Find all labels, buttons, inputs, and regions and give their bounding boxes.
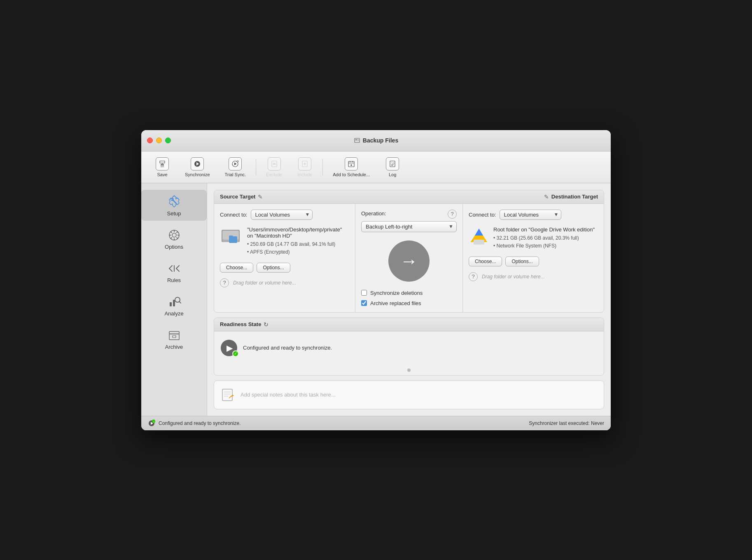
save-icon	[156, 157, 169, 170]
svg-marker-68	[230, 395, 234, 397]
svg-marker-61	[475, 229, 483, 236]
svg-line-41	[169, 266, 172, 268]
minimize-button[interactable]	[156, 138, 162, 143]
source-connect-select-wrap: Local Volumes ▼	[251, 210, 313, 220]
operation-area: Operation: ? Backup Left-to-right ▼	[355, 204, 462, 312]
sidebar-item-setup[interactable]: Setup	[141, 190, 207, 221]
source-header: Source Target ✎	[214, 190, 355, 203]
maximize-button[interactable]	[165, 138, 171, 143]
play-icon: ▶	[227, 343, 233, 353]
notes-panel[interactable]: Add special notes about this task here..…	[214, 380, 604, 409]
status-bar-left: ✓ Configured and ready to synchronize.	[148, 420, 241, 427]
traffic-lights	[147, 138, 171, 143]
dest-edit-icon[interactable]: ✎	[544, 194, 549, 200]
sidebar-item-options[interactable]: Options	[141, 224, 207, 254]
setup-icon	[167, 194, 182, 209]
svg-rect-52	[173, 336, 176, 338]
svg-line-30	[176, 203, 177, 204]
op-help: ?	[448, 210, 457, 219]
source-edit-icon[interactable]: ✎	[258, 194, 263, 200]
sync-targets-panel: Source Target ✎ ✎ Destination Target Con…	[214, 190, 604, 313]
source-btn-row: Choose... Options...	[220, 263, 349, 273]
source-help-button[interactable]: ?	[220, 278, 229, 287]
dest-drive-icon	[469, 226, 489, 247]
dest-options-button[interactable]: Options...	[505, 257, 539, 266]
sidebar: Setup Options	[141, 183, 207, 416]
archive-icon	[167, 328, 181, 342]
dest-connect-select[interactable]: Local Volumes	[500, 210, 561, 220]
readiness-status-badge: ▶ ✓	[221, 340, 237, 356]
add-schedule-icon	[345, 157, 358, 170]
scroll-dot	[407, 369, 411, 372]
scroll-indicator	[214, 364, 604, 375]
readiness-panel: Readiness State ↻ ▶ ✓ Configured and rea…	[214, 317, 604, 376]
readiness-refresh-icon[interactable]: ↻	[264, 321, 269, 328]
check-badge: ✓	[232, 350, 239, 357]
operation-select[interactable]: Backup Left-to-right	[361, 221, 457, 232]
title-bar: Backup Files	[141, 130, 611, 152]
toolbar-separator-2	[322, 159, 323, 175]
dest-choose-button[interactable]: Choose...	[469, 257, 502, 266]
archive-replaced-row: Archive replaced files	[361, 300, 421, 306]
svg-text:✓: ✓	[237, 161, 238, 162]
svg-line-38	[176, 237, 177, 238]
archive-replaced-checkbox[interactable]	[361, 300, 367, 306]
svg-rect-18	[348, 161, 354, 167]
sync-panel-body: Connect to: Local Volumes ▼	[214, 204, 604, 312]
svg-rect-56	[229, 236, 237, 243]
source-path-info: "Users/immovero/Desktop/temp/private" on…	[247, 226, 349, 256]
sidebar-item-analyze[interactable]: Analyze	[141, 291, 207, 321]
source-disk-size-bullet: •	[247, 241, 250, 247]
svg-point-32	[172, 233, 176, 237]
svg-line-69	[229, 397, 230, 398]
toolbar: Save Synchronize ✓ Trial S	[141, 152, 611, 183]
source-disk-format-bullet: •	[247, 249, 250, 255]
trial-sync-icon: ✓	[229, 157, 242, 170]
dest-size-bullet: •	[493, 235, 497, 241]
save-button[interactable]: Save	[148, 155, 177, 180]
source-info: "Users/immovero/Desktop/temp/private" on…	[220, 224, 349, 259]
status-icon: ✓	[148, 420, 155, 427]
svg-rect-50	[169, 331, 179, 334]
svg-text:✓: ✓	[153, 420, 155, 422]
rules-icon	[167, 261, 181, 275]
operation-select-wrap: Backup Left-to-right ▼	[361, 221, 457, 232]
svg-line-42	[169, 268, 172, 271]
dest-connect-row: Connect to: Local Volumes ▼	[469, 210, 598, 220]
window-title: Backup Files	[354, 137, 398, 144]
source-drive-icon	[220, 226, 243, 247]
dest-drag-row: ? Drag folder or volume here...	[469, 271, 598, 283]
exclude-button[interactable]: Exclude	[259, 155, 289, 180]
sync-deletions-checkbox[interactable]	[361, 290, 367, 296]
sidebar-item-rules[interactable]: Rules	[141, 257, 207, 287]
source-drag-row: ? Drag folder or volume here...	[220, 277, 349, 289]
svg-marker-8	[234, 162, 237, 165]
analyze-icon	[167, 295, 181, 309]
include-icon	[298, 157, 311, 170]
dest-header: ✎ Destination Target	[462, 190, 604, 203]
trial-sync-button[interactable]: ✓ Trial Sync.	[218, 155, 253, 180]
main-layout: Setup Options	[141, 183, 611, 416]
source-connect-select[interactable]: Local Volumes	[251, 210, 313, 220]
source-choose-button[interactable]: Choose...	[220, 263, 253, 273]
arrow-right-icon: →	[400, 252, 418, 270]
content-area: Source Target ✎ ✎ Destination Target Con…	[207, 183, 611, 416]
add-schedule-button[interactable]: Add to Schedule...	[326, 155, 376, 180]
sidebar-item-archive[interactable]: Archive	[141, 324, 207, 354]
svg-rect-51	[169, 334, 179, 340]
svg-rect-57	[229, 236, 233, 237]
close-button[interactable]	[147, 138, 153, 143]
svg-text:\n: \n	[391, 161, 395, 164]
sync-deletions-row: Synchronize deletions	[361, 290, 423, 296]
dest-path-info: Root folder on "Google Drive Work editio…	[493, 226, 595, 250]
svg-rect-46	[170, 302, 172, 306]
dest-btn-row: Choose... Options...	[469, 257, 598, 266]
log-button[interactable]: \n Log	[378, 155, 407, 180]
op-help-button[interactable]: ?	[448, 210, 457, 219]
dest-help-button[interactable]: ?	[469, 272, 478, 281]
synchronize-button[interactable]: Synchronize	[178, 155, 217, 180]
svg-line-40	[170, 237, 172, 238]
include-button[interactable]: Include	[290, 155, 319, 180]
source-options-button[interactable]: Options...	[257, 263, 290, 273]
svg-rect-0	[355, 138, 360, 142]
